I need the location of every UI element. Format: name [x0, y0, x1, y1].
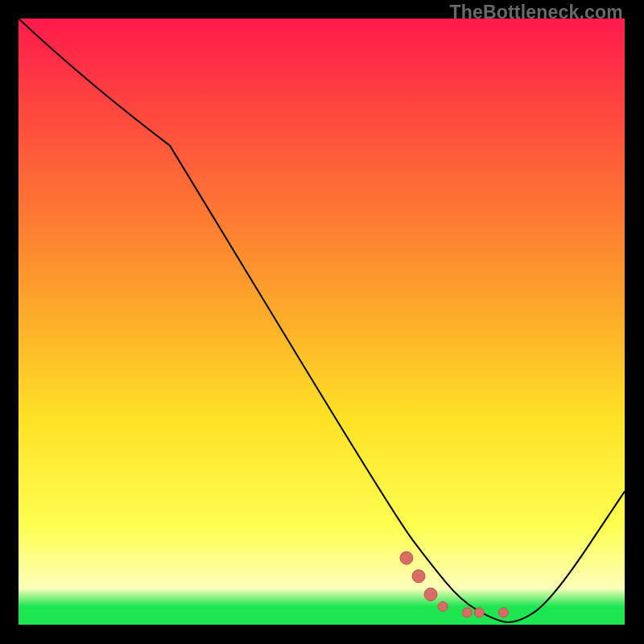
marker-dot: [424, 588, 437, 601]
marker-dot: [412, 570, 425, 583]
chart-svg: [19, 19, 625, 625]
marker-dot: [474, 608, 484, 617]
watermark-text: TheBottleneck.com: [449, 2, 623, 23]
marker-dots: [400, 551, 508, 617]
bottleneck-curve: [19, 19, 625, 622]
marker-dot: [498, 608, 508, 617]
marker-dot: [438, 601, 448, 611]
marker-dot: [462, 608, 472, 617]
marker-dot: [400, 551, 413, 564]
